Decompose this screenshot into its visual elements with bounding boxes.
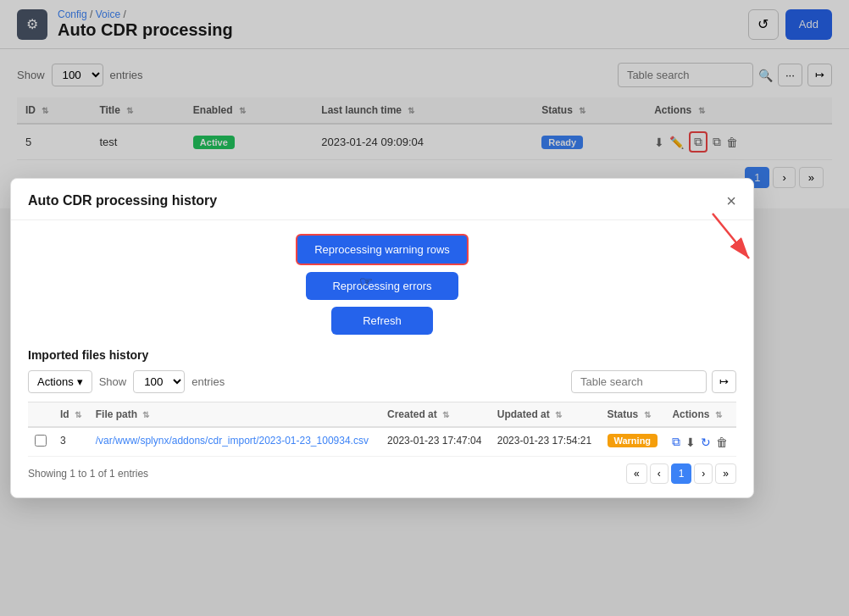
sub-search-input[interactable] <box>571 370 707 393</box>
col-sub-status[interactable]: Status ⇅ <box>601 402 666 428</box>
reprocessing-warning-rows-button[interactable]: Reprocessing warning rows <box>296 234 469 265</box>
refresh-button[interactable]: Refresh <box>331 307 433 335</box>
modal: Auto CDR processing history × Reprocessi… <box>10 178 754 498</box>
sub-page-first[interactable]: « <box>626 463 647 484</box>
sub-search-right: ↦ <box>571 370 736 393</box>
sub-entries-select[interactable]: 100 25 50 <box>133 370 185 393</box>
page-background: ⚙ Config / Voice / Auto CDR processing ↺… <box>0 0 849 616</box>
col-check <box>28 402 53 428</box>
actions-label: Actions <box>37 375 74 388</box>
cell-sub-status: Warning <box>601 427 666 457</box>
dropdown-arrow-icon: ▾ <box>77 375 83 388</box>
cell-file-path: /var/www/splynx/addons/cdr_import/2023-0… <box>89 427 380 457</box>
sub-table-row: 3 /var/www/splynx/addons/cdr_import/2023… <box>28 427 736 457</box>
actions-dropdown-button[interactable]: Actions ▾ <box>28 370 92 393</box>
modal-close-button[interactable]: × <box>726 192 736 209</box>
sub-data-table: Id ⇅ File path ⇅ Created at ⇅ Updated at… <box>28 402 736 457</box>
sub-pagination: « ‹ 1 › » <box>626 463 736 484</box>
sub-page-last[interactable]: » <box>715 463 736 484</box>
sub-delete-icon[interactable]: 🗑 <box>716 436 728 449</box>
sub-show-label: Show <box>99 375 127 388</box>
col-sub-id[interactable]: Id ⇅ <box>53 402 89 428</box>
row-checkbox[interactable] <box>35 435 47 447</box>
col-sub-actions: Actions ⇅ <box>665 402 736 428</box>
sub-download-icon[interactable]: ⬇ <box>685 436 696 449</box>
sub-page-prev[interactable]: ‹ <box>650 463 669 484</box>
sub-page-1[interactable]: 1 <box>671 463 692 484</box>
col-file-path[interactable]: File path ⇅ <box>89 402 380 428</box>
showing-text: Showing 1 to 1 of 1 entries <box>28 468 148 480</box>
cell-updated-at: 2023-01-23 17:54:21 <box>491 427 601 457</box>
sub-export-button[interactable]: ↦ <box>712 370 736 393</box>
cell-sub-actions: ⧉ ⬇ ↻ 🗑 <box>665 427 736 457</box>
modal-body: Reprocessing warning rows Reprocessing e… <box>11 220 753 497</box>
modal-title: Auto CDR processing history <box>28 193 217 208</box>
sub-page-next[interactable]: › <box>694 463 713 484</box>
modal-header: Auto CDR processing history × <box>11 179 753 220</box>
modal-actions: Reprocessing warning rows Reprocessing e… <box>28 234 736 335</box>
cell-checkbox <box>28 427 53 457</box>
open-icon[interactable]: ⧉ <box>672 435 680 449</box>
sub-action-icons: ⧉ ⬇ ↻ 🗑 <box>672 435 730 449</box>
file-path-link[interactable]: /var/www/splynx/addons/cdr_import/2023-0… <box>96 435 369 447</box>
sub-table-controls: Actions ▾ Show 100 25 50 entries ↦ <box>28 370 736 393</box>
reprocessing-errors-button[interactable]: Reprocessing errors <box>306 272 458 300</box>
reprocess-icon[interactable]: ↻ <box>701 436 711 449</box>
col-updated-at[interactable]: Updated at ⇅ <box>491 402 601 428</box>
sub-entries-label: entries <box>191 375 225 388</box>
cell-sub-id: 3 <box>53 427 89 457</box>
col-created-at[interactable]: Created at ⇅ <box>380 402 491 428</box>
warning-badge: Warning <box>608 434 658 447</box>
cell-created-at: 2023-01-23 17:47:04 <box>380 427 491 457</box>
sub-footer: Showing 1 to 1 of 1 entries « ‹ 1 › » <box>28 457 736 484</box>
section-title: Imported files history <box>28 348 736 362</box>
